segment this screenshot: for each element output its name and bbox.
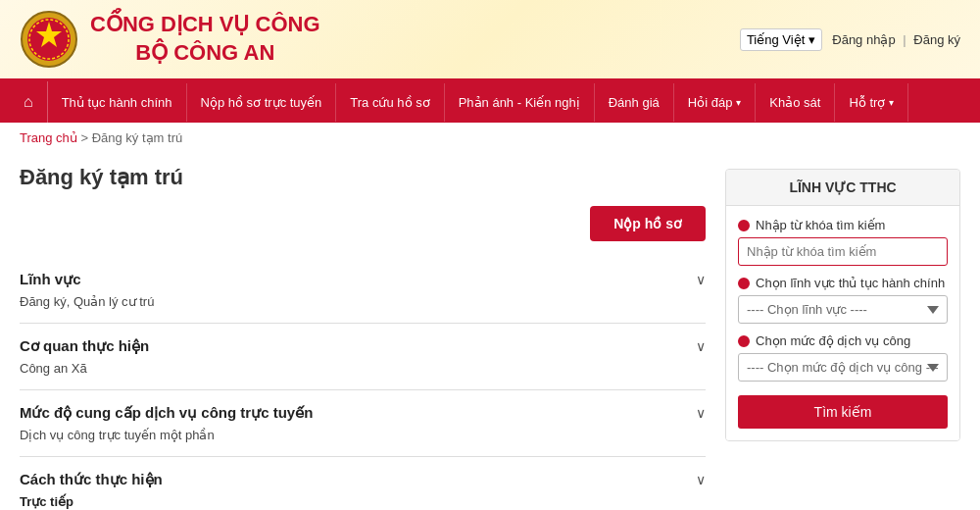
section-co-quan: Cơ quan thực hiện ∨ Công an Xã: [20, 324, 706, 390]
breadcrumb: Trang chủ > Đăng ký tạm trú: [0, 123, 980, 153]
section-cach-thuc-header[interactable]: Cách thức thực hiện ∨: [20, 471, 706, 488]
auth-links: Đăng nhập | Đăng ký: [832, 32, 960, 47]
nav-item-phan-anh[interactable]: Phản ánh - Kiến nghị: [445, 83, 595, 122]
chevron-down-icon: ∨: [696, 472, 706, 487]
section-muc-do-title: Mức độ cung cấp dịch vụ công trực tuyến: [20, 404, 313, 422]
sidebar-muc-do-label: Chọn mức độ dịch vụ công: [738, 333, 948, 348]
chevron-down-icon: ∨: [696, 405, 706, 421]
site-title: CỔNG DỊCH VỤ CÔNG BỘ CÔNG AN: [90, 11, 320, 67]
left-panel: Đăng ký tạm trú Nộp hồ sơ Lĩnh vực ∨ Đăn…: [20, 153, 706, 510]
section-linh-vuc-content: Đăng ký, Quản lý cư trú: [20, 294, 706, 309]
nav-item-danh-gia[interactable]: Đánh giá: [595, 83, 674, 122]
chevron-down-icon: ▾: [808, 32, 815, 47]
language-selector[interactable]: Tiếng Việt ▾: [740, 28, 822, 51]
muc-do-select[interactable]: ---- Chọn mức độ dịch vụ công ----: [738, 353, 948, 382]
section-linh-vuc-title: Lĩnh vực: [20, 271, 81, 288]
sidebar-linh-vuc-label: Chọn lĩnh vực thủ tục hành chính: [738, 276, 948, 290]
chevron-down-icon: ∨: [696, 338, 706, 354]
header: CỔNG DỊCH VỤ CÔNG BỘ CÔNG AN Tiếng Việt …: [0, 0, 980, 81]
breadcrumb-separator: >: [80, 130, 88, 145]
home-icon: ⌂: [24, 93, 33, 111]
section-cach-thuc-title: Cách thức thực hiện: [20, 471, 163, 488]
logo-emblem: [20, 10, 78, 69]
nav-item-ho-tro[interactable]: Hỗ trợ ▾: [835, 83, 908, 122]
auth-separator: |: [903, 32, 906, 47]
nav-item-nop-ho-so[interactable]: Nộp hồ sơ trực tuyến: [187, 83, 337, 122]
sidebar-box: LĨNH VỰC TTHC Nhập từ khóa tìm kiếm Chọn…: [725, 169, 960, 441]
right-panel: LĨNH VỰC TTHC Nhập từ khóa tìm kiếm Chọn…: [725, 153, 960, 510]
breadcrumb-current: Đăng ký tạm trú: [92, 130, 183, 145]
radio-icon: [738, 220, 750, 231]
sidebar-search-label: Nhập từ khóa tìm kiếm: [738, 218, 948, 232]
radio-icon: [738, 278, 750, 289]
breadcrumb-home[interactable]: Trang chủ: [20, 130, 77, 145]
section-linh-vuc: Lĩnh vực ∨ Đăng ký, Quản lý cư trú: [20, 257, 706, 324]
header-left: CỔNG DỊCH VỤ CÔNG BỘ CÔNG AN: [20, 10, 320, 69]
nav-home[interactable]: ⌂: [10, 81, 48, 123]
section-muc-do-content: Dịch vụ công trực tuyến một phần: [20, 428, 706, 442]
nav-item-hoi-dap[interactable]: Hỏi đáp ▾: [674, 83, 757, 122]
lang-label: Tiếng Việt: [747, 32, 805, 47]
nav-item-khao-sat[interactable]: Khảo sát: [756, 83, 835, 122]
chevron-down-icon: ▾: [889, 97, 894, 108]
section-cach-thuc: Cách thức thực hiện ∨ Trực tiếp Trực tuy…: [20, 457, 706, 510]
nav-item-tra-cuu[interactable]: Tra cứu hồ sơ: [336, 83, 444, 122]
sidebar-search-row: Nhập từ khóa tìm kiếm: [738, 218, 948, 266]
section-co-quan-header[interactable]: Cơ quan thực hiện ∨: [20, 337, 706, 355]
search-input[interactable]: [738, 237, 948, 266]
chevron-down-icon: ∨: [696, 272, 706, 287]
main-content: Đăng ký tạm trú Nộp hồ sơ Lĩnh vực ∨ Đăn…: [0, 153, 980, 510]
nop-ho-so-btn-row: Nộp hồ sơ: [20, 206, 706, 241]
nav-item-thu-tuc[interactable]: Thủ tục hành chính: [48, 83, 187, 122]
login-link[interactable]: Đăng nhập: [832, 32, 895, 47]
linh-vuc-select[interactable]: ---- Chọn lĩnh vực ----: [738, 295, 948, 324]
section-co-quan-title: Cơ quan thực hiện: [20, 337, 149, 355]
tim-kiem-button[interactable]: Tìm kiếm: [738, 395, 948, 429]
section-co-quan-content: Công an Xã: [20, 361, 706, 376]
nop-ho-so-button[interactable]: Nộp hồ sơ: [590, 206, 706, 241]
chevron-down-icon: ▾: [736, 97, 741, 108]
sidebar-body: Nhập từ khóa tìm kiếm Chọn lĩnh vực thủ …: [726, 206, 959, 440]
section-muc-do-header[interactable]: Mức độ cung cấp dịch vụ công trực tuyến …: [20, 404, 706, 422]
register-link[interactable]: Đăng ký: [913, 32, 960, 47]
header-right: Tiếng Việt ▾ Đăng nhập | Đăng ký: [740, 28, 960, 51]
section-cach-thuc-truc-tiep: Trực tiếp: [20, 494, 706, 509]
nav-bar: ⌂ Thủ tục hành chính Nộp hồ sơ trực tuyế…: [0, 81, 980, 123]
sidebar-title: LĨNH VỰC TTHC: [726, 170, 959, 206]
radio-icon: [738, 335, 750, 347]
page-title: Đăng ký tạm trú: [20, 153, 706, 206]
section-linh-vuc-header[interactable]: Lĩnh vực ∨: [20, 271, 706, 288]
sidebar-linh-vuc-row: Chọn lĩnh vực thủ tục hành chính ---- Ch…: [738, 276, 948, 324]
sidebar-muc-do-row: Chọn mức độ dịch vụ công ---- Chọn mức đ…: [738, 333, 948, 382]
section-muc-do: Mức độ cung cấp dịch vụ công trực tuyến …: [20, 390, 706, 457]
